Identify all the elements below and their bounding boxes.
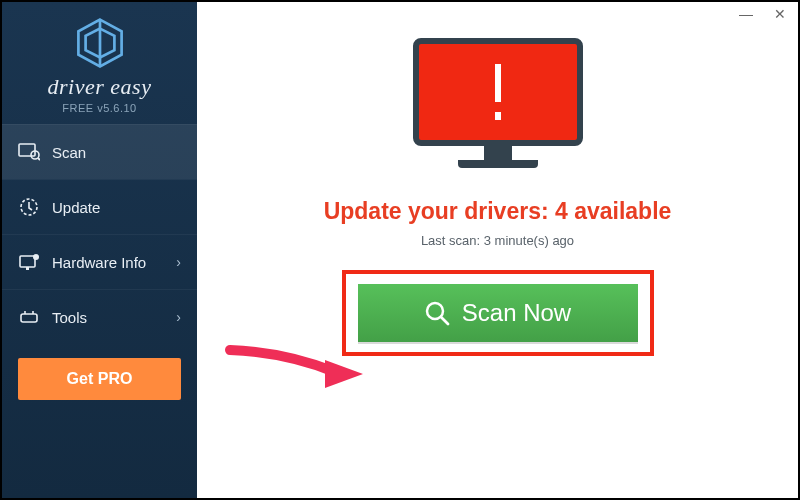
scan-now-label: Scan Now — [462, 299, 571, 327]
svg-rect-3 — [19, 144, 35, 156]
main-panel: Update your drivers: 4 available Last sc… — [197, 2, 798, 498]
close-button[interactable]: ✕ — [772, 6, 788, 22]
tools-icon — [18, 306, 40, 328]
annotation-arrow-icon — [225, 342, 365, 392]
app-window: driver easy FREE v5.6.10 Scan Update — [2, 2, 798, 498]
update-headline: Update your drivers: 4 available — [324, 198, 672, 225]
svg-rect-7 — [20, 256, 35, 267]
brand-name: driver easy — [14, 74, 185, 100]
sidebar-item-label: Tools — [52, 309, 87, 326]
svg-rect-8 — [26, 267, 29, 270]
sidebar-item-scan[interactable]: Scan — [2, 124, 197, 179]
sidebar-item-label: Hardware Info — [52, 254, 146, 271]
brand-version: FREE v5.6.10 — [14, 102, 185, 114]
sidebar-item-hardware-info[interactable]: Hardware Info › — [2, 234, 197, 289]
svg-marker-13 — [325, 360, 363, 388]
nav-list: Scan Update Hardware Info › Tools — [2, 124, 197, 344]
scan-button-highlight-box: Scan Now — [342, 270, 654, 356]
svg-rect-10 — [21, 314, 37, 322]
alert-monitor-illustration — [413, 38, 583, 178]
minimize-button[interactable]: — — [738, 6, 754, 22]
get-pro-button[interactable]: Get PRO — [18, 358, 181, 400]
svg-point-9 — [33, 254, 39, 260]
update-icon — [18, 196, 40, 218]
chevron-right-icon: › — [176, 254, 181, 270]
search-icon — [424, 300, 450, 326]
scan-icon — [18, 141, 40, 163]
hardware-info-icon — [18, 251, 40, 273]
sidebar: driver easy FREE v5.6.10 Scan Update — [2, 2, 197, 498]
brand-block: driver easy FREE v5.6.10 — [2, 2, 197, 124]
svg-line-15 — [441, 317, 448, 324]
sidebar-item-update[interactable]: Update — [2, 179, 197, 234]
sidebar-item-tools[interactable]: Tools › — [2, 289, 197, 344]
brand-logo-icon — [73, 16, 127, 70]
scan-now-button[interactable]: Scan Now — [358, 284, 638, 342]
sidebar-item-label: Scan — [52, 144, 86, 161]
last-scan-text: Last scan: 3 minute(s) ago — [421, 233, 574, 248]
sidebar-item-label: Update — [52, 199, 100, 216]
chevron-right-icon: › — [176, 309, 181, 325]
svg-line-5 — [38, 158, 40, 160]
exclamation-icon — [484, 64, 512, 120]
